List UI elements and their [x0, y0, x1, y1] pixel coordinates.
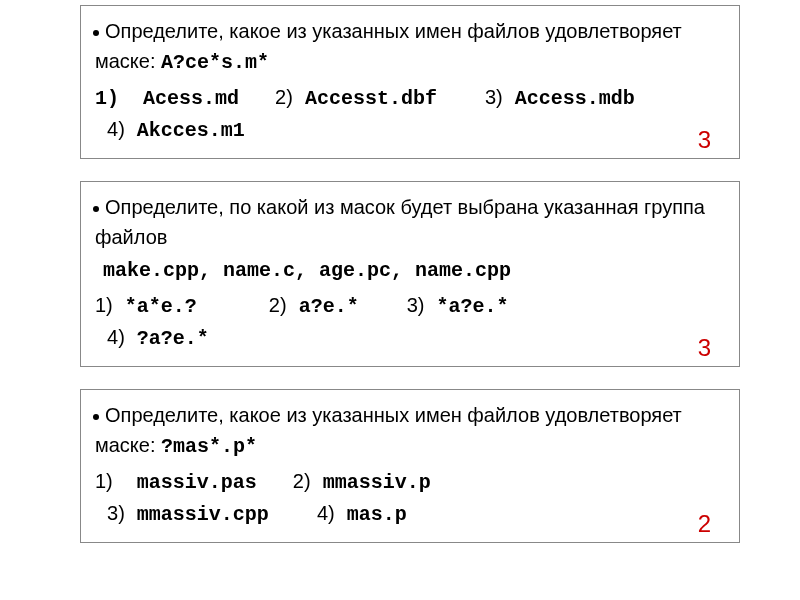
question-text: Определите, по какой из масок будет выбр…: [95, 192, 725, 252]
problem-2: Определите, по какой из масок будет выбр…: [80, 181, 740, 367]
question-text: Определите, какое из указанных имен файл…: [95, 400, 725, 462]
options-row: 1) Acess.md 2) Accesst.dbf 3) Access.mdb…: [95, 82, 725, 146]
opt-4: ?a?e.*: [137, 327, 209, 350]
problem-1: Определите, какое из указанных имен файл…: [80, 5, 740, 159]
opt-1: Acess.md: [143, 87, 239, 110]
question-pre: Определите, по какой из масок будет выбр…: [95, 196, 705, 248]
mask-code: ?mas*.p*: [161, 435, 257, 458]
opt-num-1: 1): [95, 87, 119, 110]
options-row: 1) massiv.pas 2) mmassiv.p 3) mmassiv.cp…: [95, 466, 725, 530]
mask-code: A?ce*s.m*: [161, 51, 269, 74]
opt-num-2: 2): [293, 470, 311, 492]
opt-2: Accesst.dbf: [305, 87, 437, 110]
opt-4: Akcces.m1: [137, 119, 245, 142]
question-text: Определите, какое из указанных имен файл…: [95, 16, 725, 78]
opt-num-2: 2): [275, 86, 293, 108]
bullet-icon: [93, 414, 99, 420]
opt-num-3: 3): [485, 86, 503, 108]
files-line: make.cpp, name.c, age.pc, name.cpp: [103, 256, 725, 286]
opt-num-4: 4): [107, 326, 125, 348]
opt-num-1: 1): [95, 294, 113, 316]
opt-num-4: 4): [107, 118, 125, 140]
opt-num-4: 4): [317, 502, 335, 524]
opt-1: massiv.pas: [137, 471, 257, 494]
answer-label: 3: [698, 122, 711, 158]
opt-4: mas.p: [347, 503, 407, 526]
opt-2: a?e.*: [299, 295, 359, 318]
opt-num-3: 3): [107, 502, 125, 524]
problem-3: Определите, какое из указанных имен файл…: [80, 389, 740, 543]
bullet-icon: [93, 30, 99, 36]
opt-1: *a*e.?: [125, 295, 197, 318]
options-row: 1) *a*e.? 2) a?e.* 3) *a?e.* 4) ?a?e.*: [95, 290, 725, 354]
opt-2: mmassiv.p: [323, 471, 431, 494]
bullet-icon: [93, 206, 99, 212]
opt-3: mmassiv.cpp: [137, 503, 269, 526]
opt-3: *a?e.*: [437, 295, 509, 318]
opt-num-2: 2): [269, 294, 287, 316]
opt-num-3: 3): [407, 294, 425, 316]
files-list: make.cpp, name.c, age.pc, name.cpp: [103, 259, 511, 282]
opt-3: Access.mdb: [515, 87, 635, 110]
opt-num-1: 1): [95, 470, 113, 492]
answer-label: 2: [698, 506, 711, 542]
answer-label: 3: [698, 330, 711, 366]
